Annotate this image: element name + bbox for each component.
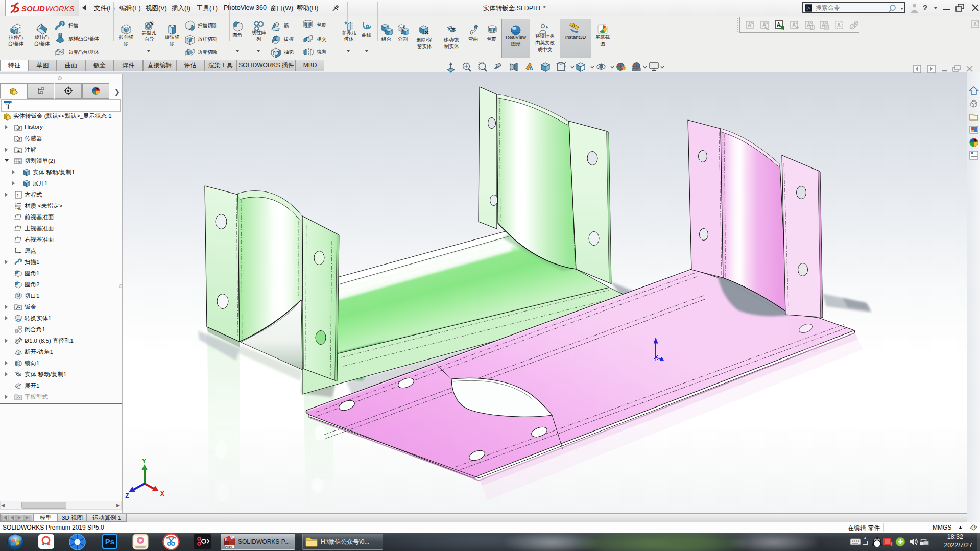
svg-text:S: S — [225, 537, 228, 542]
svg-text:Z: Z — [125, 492, 129, 498]
svg-text:!: ! — [891, 541, 893, 547]
svg-text:2019: 2019 — [225, 545, 233, 549]
svg-text:X: X — [160, 490, 164, 498]
svg-text:W: W — [230, 535, 234, 540]
svg-text:A: A — [529, 65, 533, 71]
svg-text:Y: Y — [142, 458, 146, 465]
